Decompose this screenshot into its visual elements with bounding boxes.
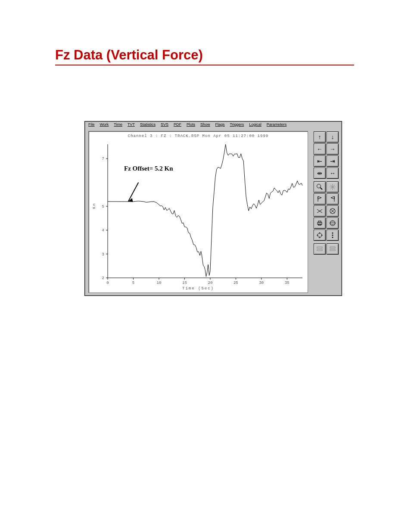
menu-file[interactable]: File: [88, 122, 95, 130]
svg-rect-56: [317, 247, 322, 248]
tool-palette: ↑ ↓ ← → ⇤ ⇥ ⇹ ↔: [313, 131, 339, 255]
menu-svs[interactable]: SVS: [161, 122, 168, 130]
menu-show[interactable]: Show: [200, 122, 210, 130]
svg-rect-59: [330, 249, 335, 251]
menu-parameters[interactable]: Parameters: [267, 122, 287, 130]
svg-point-47: [330, 222, 335, 224]
menu-logical[interactable]: Logical: [249, 122, 262, 130]
no-entry-icon[interactable]: [327, 205, 339, 217]
goto-end-icon[interactable]: ⇥: [327, 156, 339, 167]
svg-text:7: 7: [102, 157, 104, 161]
plot-application-window: File Work Time TVT Statistics SVS PDF Pl…: [84, 121, 342, 296]
svg-point-53: [332, 233, 333, 234]
flag-left-icon[interactable]: [314, 193, 326, 205]
menu-tvt[interactable]: TVT: [128, 122, 135, 130]
svg-rect-58: [330, 247, 335, 248]
svg-rect-44: [318, 221, 321, 222]
svg-text:5: 5: [132, 281, 134, 285]
svg-rect-57: [317, 249, 322, 251]
menu-time[interactable]: Time: [114, 122, 122, 130]
plot-svg: 2345705101520253035: [89, 131, 308, 292]
svg-point-55: [332, 237, 333, 238]
settings2-icon[interactable]: [327, 243, 339, 255]
heading-rule: [55, 65, 354, 65]
svg-text:3: 3: [102, 252, 104, 257]
svg-text:15: 15: [182, 281, 187, 285]
page-title: Fz Data (Vertical Force): [55, 47, 203, 63]
svg-point-46: [330, 221, 335, 226]
offset-annotation: Fz Offset= 5.2 Kn: [124, 165, 173, 172]
goto-start-icon[interactable]: ⇤: [314, 156, 326, 167]
arrow-left-icon[interactable]: ←: [314, 143, 326, 155]
fit-width-icon[interactable]: ⇹: [314, 168, 326, 179]
menu-triggers[interactable]: Triggers: [230, 122, 244, 130]
menu-pdf[interactable]: PDF: [174, 122, 181, 130]
svg-text:35: 35: [285, 281, 290, 285]
svg-text:25: 25: [234, 281, 238, 285]
menu-statistics[interactable]: Statistics: [140, 122, 156, 130]
svg-text:10: 10: [157, 281, 162, 285]
svg-text:20: 20: [208, 281, 212, 285]
svg-line-31: [321, 188, 323, 190]
svg-text:5: 5: [102, 205, 104, 209]
settings1-icon[interactable]: [314, 243, 326, 255]
svg-text:2: 2: [102, 276, 104, 280]
arrow-down-icon[interactable]: ↓: [327, 131, 339, 143]
cut-icon[interactable]: [314, 205, 326, 217]
menu-flags[interactable]: Flags: [215, 122, 225, 130]
zoom-icon[interactable]: [314, 181, 326, 193]
plot-canvas: Channel 3 : FZ : TRACK.RSP Mon Apr 05 11…: [88, 131, 308, 293]
target-icon[interactable]: [314, 230, 326, 241]
svg-text:0: 0: [106, 281, 109, 285]
arrow-right-icon[interactable]: →: [327, 143, 339, 155]
svg-point-54: [332, 235, 333, 236]
print-icon[interactable]: [314, 218, 326, 229]
svg-line-28: [128, 183, 139, 202]
more-icon[interactable]: [327, 230, 339, 241]
arrow-up-icon[interactable]: ↑: [314, 131, 326, 143]
disk-icon[interactable]: [327, 218, 339, 229]
svg-text:30: 30: [259, 281, 264, 285]
menu-work[interactable]: Work: [100, 122, 109, 130]
svg-point-30: [317, 184, 321, 188]
menubar: File Work Time TVT Statistics SVS PDF Pl…: [85, 121, 342, 130]
stretch-icon[interactable]: ↔: [327, 168, 339, 179]
reticle-icon[interactable]: [327, 181, 339, 193]
menu-plots[interactable]: Plots: [187, 122, 195, 130]
svg-text:4: 4: [102, 228, 104, 233]
flag-right-icon[interactable]: [327, 193, 339, 205]
